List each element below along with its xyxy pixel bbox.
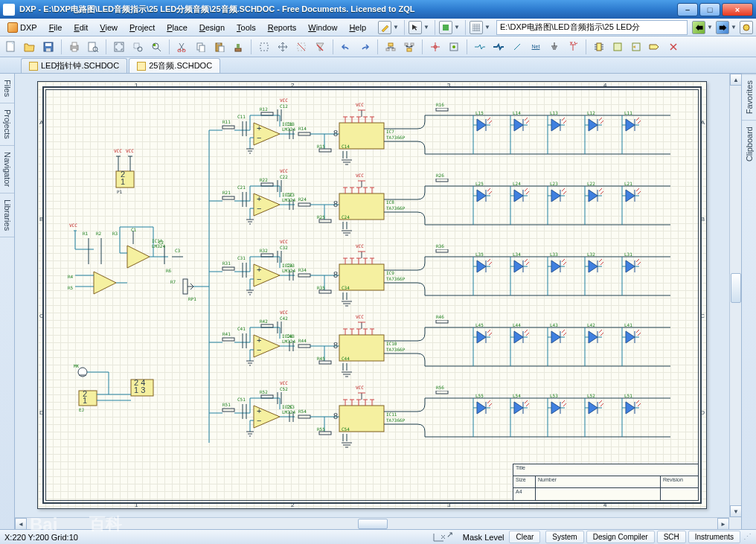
- dropdown-icon[interactable]: ▼: [454, 24, 461, 31]
- panel-tab-navigator[interactable]: Navigator: [0, 146, 14, 193]
- svg-rect-34: [407, 48, 411, 51]
- nav-back-button[interactable]: 🡄: [692, 21, 705, 34]
- dropdown-icon[interactable]: ▼: [393, 24, 400, 31]
- menu-reports[interactable]: Reports: [262, 21, 303, 34]
- menubar: DXP FileEditViewProjectPlaceDesignToolsR…: [0, 19, 756, 36]
- print-button[interactable]: [66, 39, 83, 55]
- undo-button[interactable]: [338, 39, 354, 55]
- copy-button[interactable]: [193, 39, 209, 55]
- clear-button[interactable]: Clear: [509, 531, 540, 543]
- status-panel-instruments[interactable]: Instruments: [688, 531, 740, 543]
- svg-rect-17: [153, 44, 156, 46]
- deselect-button[interactable]: [293, 39, 310, 55]
- titleblock: Title SizeNumberRevision A4: [513, 464, 699, 501]
- panel-tab-files[interactable]: Files: [0, 74, 14, 103]
- doc-tab-2-active[interactable]: 25音频.SCHDOC: [129, 58, 220, 73]
- doc-tab-1[interactable]: LED指针钟.SCHDOC: [21, 58, 127, 73]
- color-pencil-button[interactable]: [378, 21, 391, 34]
- zoom-selected-button[interactable]: [148, 39, 164, 55]
- place-bus-button[interactable]: [490, 39, 507, 55]
- schematic-sheet[interactable]: AABBCCDD11223344 21 21 2 41 3: [37, 81, 707, 509]
- menu-help[interactable]: Help: [343, 21, 372, 34]
- menu-edit[interactable]: Edit: [68, 21, 94, 34]
- menu-view[interactable]: View: [94, 21, 124, 34]
- dropdown-icon[interactable]: ▼: [484, 24, 492, 31]
- document-tabbar: LED指针钟.SCHDOC 25音频.SCHDOC: [0, 57, 756, 74]
- place-port-button[interactable]: [647, 39, 663, 55]
- redo-button[interactable]: [356, 39, 373, 55]
- svg-rect-25: [235, 48, 241, 51]
- svg-rect-8: [72, 48, 77, 51]
- svg-rect-26: [237, 44, 240, 48]
- dropdown-icon[interactable]: ▼: [423, 24, 431, 31]
- titlebar: DXP - E:\DXP电路图\LED音频指示\25 LED分频音频\25音频.…: [0, 0, 756, 19]
- svg-rect-35: [405, 43, 408, 45]
- schdoc-icon: [137, 62, 146, 71]
- green-button[interactable]: [439, 21, 452, 34]
- svg-line-11: [97, 51, 98, 52]
- dxp-home-menu[interactable]: DXP: [3, 21, 42, 34]
- print-preview-button[interactable]: [85, 39, 101, 55]
- close-button[interactable]: ×: [722, 3, 753, 16]
- menu-place[interactable]: Place: [161, 21, 193, 34]
- window-title: DXP - E:\DXP电路图\LED音频指示\25 LED分频音频\25音频.…: [19, 4, 677, 15]
- panel-tab-favorites[interactable]: Favorites: [742, 74, 756, 120]
- horizontal-scrollbar[interactable]: ◄►: [15, 517, 729, 529]
- svg-rect-36: [411, 43, 414, 45]
- svg-point-1: [743, 25, 749, 31]
- zoom-fit-button[interactable]: [111, 39, 127, 55]
- place-sheet-entry-button[interactable]: [628, 39, 644, 55]
- cut-button[interactable]: [174, 39, 190, 55]
- select-rect-button[interactable]: [256, 39, 272, 55]
- place-netlabel-button[interactable]: Net: [528, 39, 544, 55]
- menu-design[interactable]: Design: [193, 21, 231, 34]
- svg-rect-4: [45, 43, 51, 46]
- svg-rect-27: [260, 43, 268, 51]
- document-path-field[interactable]: E:\DXP电路图\LED音频指示\25 LED分: [496, 20, 688, 35]
- place-bus-entry-button[interactable]: [509, 39, 525, 55]
- new-file-button[interactable]: [3, 39, 19, 55]
- menu-window[interactable]: Window: [302, 21, 343, 34]
- place-wire-button[interactable]: [472, 39, 488, 55]
- hierarchy-down-button[interactable]: [401, 39, 417, 55]
- vertical-scrollbar[interactable]: ▲▼: [729, 74, 741, 517]
- grid-button[interactable]: [470, 21, 483, 34]
- panel-tab-libraries[interactable]: Libraries: [0, 193, 14, 237]
- svg-point-39: [452, 45, 455, 48]
- nav-home-button[interactable]: [740, 21, 753, 34]
- panel-tab-projects[interactable]: Projects: [0, 103, 14, 146]
- panel-tab-clipboard[interactable]: Clipboard: [742, 120, 756, 167]
- minimize-button[interactable]: –: [677, 3, 698, 16]
- schematic-editor[interactable]: AABBCCDD11223344 21 21 2 41 3: [15, 74, 741, 529]
- resize-grip-icon[interactable]: ⋰: [743, 532, 752, 542]
- svg-rect-24: [219, 46, 224, 52]
- menu-project[interactable]: Project: [124, 21, 161, 34]
- clear-filter-button[interactable]: [312, 39, 328, 55]
- status-panel-system[interactable]: System: [545, 531, 583, 543]
- maximize-button[interactable]: □: [699, 3, 720, 16]
- place-power-gnd-button[interactable]: [546, 39, 563, 55]
- select-arrow-button[interactable]: [409, 21, 422, 34]
- menu-file[interactable]: File: [43, 21, 68, 34]
- menu-tools[interactable]: Tools: [231, 21, 262, 34]
- place-sheet-button[interactable]: [609, 39, 626, 55]
- place-noerc-button[interactable]: [665, 39, 682, 55]
- place-power-vcc-button[interactable]: Vcc: [565, 39, 581, 55]
- status-coordinates: X:220 Y:200 Grid:10: [4, 533, 78, 542]
- dxp-home-label: DXP: [20, 23, 37, 32]
- zoom-area-button[interactable]: [129, 39, 146, 55]
- schdoc-icon: [29, 62, 38, 71]
- move-button[interactable]: [275, 39, 291, 55]
- cross-probe-button[interactable]: [427, 39, 443, 55]
- browse-button[interactable]: [446, 39, 462, 55]
- open-button[interactable]: [22, 39, 38, 55]
- paste-button[interactable]: [211, 39, 228, 55]
- statusbar: X:220 Y:200 Grid:10 ↗ Mask Level Clear S…: [0, 529, 756, 544]
- place-part-button[interactable]: [591, 39, 607, 55]
- save-button[interactable]: [40, 39, 57, 55]
- rubber-stamp-button[interactable]: [230, 39, 246, 55]
- hierarchy-up-button[interactable]: [382, 39, 399, 55]
- nav-fwd-button[interactable]: 🡆: [716, 21, 729, 34]
- status-panel-design-compiler[interactable]: Design Compiler: [586, 531, 655, 543]
- status-panel-sch[interactable]: SCH: [657, 531, 686, 543]
